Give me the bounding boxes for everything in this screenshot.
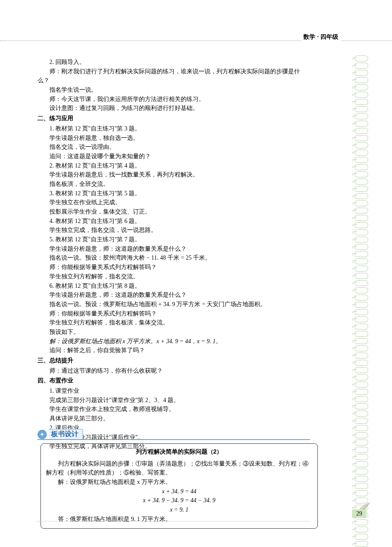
box-equation: x = 9. 1 [46, 505, 312, 515]
box-equation: x + 34. 9 = 44 [46, 487, 312, 496]
section-heading-2: 二、练习应用 [37, 114, 310, 123]
box-line: 列方程解决实际问题的步骤：①审题（弄清题意）；②找出等量关系；③设未知数、列方程… [46, 459, 312, 478]
line: 师：今天这节课，我们来运用所学的方法进行相关的练习。 [37, 95, 310, 104]
box-answer: 答：俄罗斯红场占地面积是 9. 1 万平方米。 [46, 515, 312, 524]
line: 学生独立完成，指名交流，说一说思路。 [37, 226, 310, 235]
blackboard-label-text: 板书设计 [49, 429, 83, 440]
line: 2. 回顾导入。 [37, 58, 310, 67]
line: 师：通过这节课的练习，你有什么收获呢？ [37, 366, 310, 376]
line: 指名学生说一说。 [37, 85, 310, 95]
line: 追问：这道题是设哪个量为未知量的？ [37, 152, 310, 161]
line: 学生读题分析题意，独自选一选。 [37, 133, 310, 143]
line: 师：刚才我们进行了列方程解决实际问题的练习，谁来说一说，列方程解决实际问题的步骤… [37, 67, 310, 85]
line: 学生读题分析题意，师：这道题的数量关系是什么？ [37, 244, 310, 254]
line: 学生独立列方程解答，指名板演，集体交流。 [37, 318, 310, 327]
line: 投影展示学生作业，集体交流、订正。 [37, 207, 310, 217]
line: 1. 教材第 12 页"自主练习"第 3 题。 [37, 124, 310, 133]
line: 学生在课堂作业本上独立完成，教师巡视辅导。 [37, 405, 310, 414]
line: 解：设俄罗斯红场占地面积 x 万平方米。x + 34. 9 = 44，x = 9… [37, 337, 310, 346]
line: 指名说一说。预设：胶州湾跨海大桥 − 11. 48 千米 = 25 千米。 [37, 253, 310, 263]
line: 预设如下。 [37, 327, 310, 337]
box-line: 解：设俄罗斯红场占地面积是 x 万平方米。 [46, 478, 312, 487]
line: 4. 教材第 12 页"自主练习"第 6 题。 [37, 217, 310, 226]
line: 5. 教材第 12 页"自主练习"第 7 题。 [37, 235, 310, 244]
main-content: 2. 回顾导入。 师：刚才我们进行了列方程解决实际问题的练习，谁来说一说，列方程… [37, 58, 310, 451]
section-heading-4: 四、布置作业 [37, 376, 310, 385]
line: 设计意图：通过复习回顾，为练习的顺利进行打好基础。 [37, 104, 310, 113]
line: 师：你能根据等量关系式列方程解答吗？ [37, 309, 310, 318]
line: 师：你能根据等量关系式列方程解答吗？ [37, 263, 310, 272]
page: 数学 · 四年级 2. 回顾导入。 师：刚才我们进行了列方程解决实际问题的练习，… [0, 0, 392, 547]
section-heading-3: 三、总结提升 [37, 356, 310, 365]
spiral-binding-icon [355, 55, 369, 547]
blackboard-design-label: ✦ 板书设计 [37, 429, 83, 440]
line: 学生读题分析题意后，找一找数量关系，再列方程解决。 [37, 170, 310, 179]
line: 1. 课堂作业 [37, 386, 310, 396]
blackboard-underline [37, 439, 310, 440]
box-equation: x + 34. 9 − 34. 9 = 44 − 34. 9 [46, 496, 312, 505]
header-title: 数学 · 四年级 [301, 33, 341, 41]
line: 6. 教材第 12 页"自主练习"第 8 题。 [37, 281, 310, 291]
line: 追问：解答之后，你自觉验算了吗？ [37, 346, 310, 355]
box-title: 列方程解决简单的实际问题（2） [46, 447, 312, 457]
page-number: 29 [352, 509, 366, 518]
star-icon: ✦ [37, 430, 47, 439]
blackboard-box: 列方程解决简单的实际问题（2） 列方程解决实际问题的步骤：①审题（弄清题意）；②… [40, 443, 318, 529]
line: 学生读题分析题意，师：这道题的数量关系是什么？ [37, 290, 310, 300]
line: 学生独立列方程解答，指名交流。 [37, 272, 310, 281]
line: 具体讲评见第三部分。 [37, 414, 310, 423]
footer-divider [37, 521, 310, 521]
line: 3. 教材第 12 页"自主练习"第 5 题。 [37, 189, 310, 198]
line: 学生独立在作业纸上完成。 [37, 198, 310, 207]
line: 指名说一说。预设：俄罗斯红场占地面积 + 34. 9 万平方米 = 天安门广场占… [37, 300, 310, 309]
line: 完成第三部分习题设计"课堂作业"第 2、3、4 题。 [37, 396, 310, 405]
line: 指名交流，说一说理由。 [37, 142, 310, 152]
line: 2. 教材第 12 页"自主练习"第 4 题。 [37, 161, 310, 171]
line: 指名板演，全班交流。 [37, 179, 310, 189]
